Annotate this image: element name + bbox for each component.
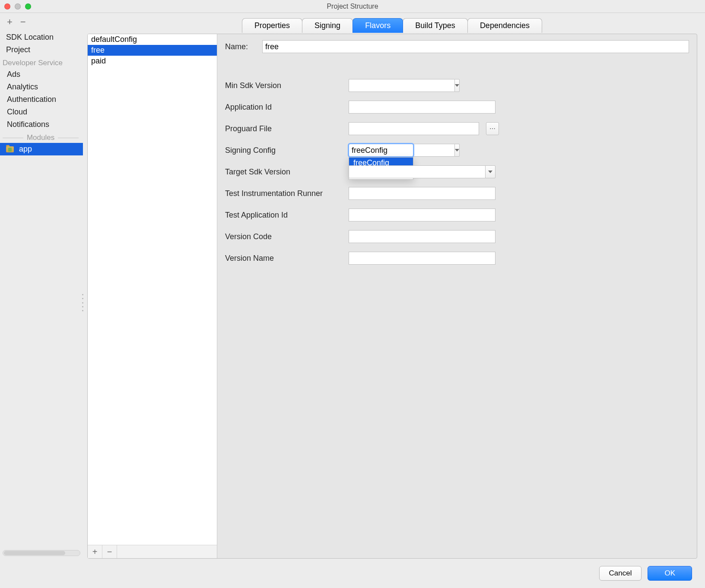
sidebar-item-ads[interactable]: Ads: [0, 68, 83, 81]
tab-build-types[interactable]: Build Types: [403, 18, 468, 33]
titlebar: Project Structure: [0, 0, 705, 13]
row-application-id: Application Id: [225, 101, 689, 114]
version-code-field[interactable]: [349, 230, 495, 243]
min-sdk-input[interactable]: [349, 79, 454, 92]
target-sdk-label: Target Sdk Version: [225, 168, 342, 177]
proguard-file-field[interactable]: [349, 122, 479, 135]
flavor-list-toolbar: + −: [88, 545, 217, 558]
workspace: + − SDK Location Project Developer Servi…: [0, 13, 705, 559]
version-code-label: Version Code: [225, 232, 342, 241]
sidebar-remove-button[interactable]: −: [20, 17, 26, 27]
flavor-item-free[interactable]: free: [88, 45, 217, 56]
proguard-browse-button[interactable]: ⋯: [486, 122, 499, 135]
sidebar-item-authentication[interactable]: Authentication: [0, 93, 83, 106]
flavor-add-button[interactable]: +: [88, 545, 102, 558]
flavor-item-defaultconfig[interactable]: defaultConfig: [88, 34, 217, 45]
tab-dependencies[interactable]: Dependencies: [467, 18, 542, 33]
row-signing-config: Signing Config freeConfig paidConfig: [225, 144, 689, 157]
chevron-down-icon: [488, 171, 492, 173]
application-id-field[interactable]: [349, 101, 495, 114]
flavor-form: Name: Min Sdk Version Application Id: [217, 34, 697, 558]
row-name: Name:: [225, 40, 689, 53]
row-version-name: Version Name: [225, 252, 689, 265]
row-test-instrumentation-runner: Test Instrumentation Runner: [225, 187, 689, 200]
test-instrumentation-runner-field[interactable]: [349, 187, 495, 200]
tab-signing[interactable]: Signing: [302, 18, 353, 33]
sidebar-group-modules: Modules: [0, 131, 83, 143]
ellipsis-icon: ⋯: [489, 125, 495, 132]
sidebar-add-button[interactable]: +: [7, 17, 13, 27]
row-proguard-file: Proguard File ⋯: [225, 122, 689, 135]
proguard-file-label: Proguard File: [225, 124, 342, 133]
row-test-application-id: Test Application Id: [225, 209, 689, 221]
row-min-sdk: Min Sdk Version: [225, 79, 689, 92]
min-sdk-drop-button[interactable]: [454, 79, 460, 92]
signing-config-combo[interactable]: [349, 144, 413, 157]
sidebar-item-cloud[interactable]: Cloud: [0, 106, 83, 118]
test-application-id-label: Test Application Id: [225, 211, 342, 220]
tabstrip: Properties Signing Flavors Build Types D…: [87, 18, 697, 34]
flavor-remove-button[interactable]: −: [102, 545, 117, 558]
sidebar-module-app-label: app: [19, 145, 32, 154]
min-sdk-combo[interactable]: [349, 79, 448, 92]
chevron-down-icon: [455, 84, 459, 87]
sidebar-group-developer-services: Developer Service: [0, 56, 83, 68]
row-target-sdk: Target Sdk Version: [225, 165, 689, 178]
name-label: Name:: [225, 42, 255, 51]
sidebar-list: SDK Location Project Developer Service A…: [0, 31, 83, 548]
target-sdk-input[interactable]: [349, 165, 485, 178]
sidebar-item-project[interactable]: Project: [0, 44, 83, 56]
sidebar-item-analytics[interactable]: Analytics: [0, 81, 83, 93]
min-sdk-label: Min Sdk Version: [225, 81, 342, 90]
sidebar-horizontal-scrollbar[interactable]: [3, 550, 80, 556]
content-panel: defaultConfig free paid + − Name: Min Sd…: [87, 34, 697, 559]
test-application-id-field[interactable]: [349, 209, 495, 221]
signing-config-label: Signing Config: [225, 146, 342, 155]
sidebar-toolbar: + −: [0, 15, 83, 31]
flavor-list-items: defaultConfig free paid: [88, 34, 217, 545]
window-title: Project Structure: [0, 3, 705, 10]
application-id-label: Application Id: [225, 103, 342, 112]
target-sdk-drop-button[interactable]: [485, 165, 495, 178]
scrollbar-thumb[interactable]: [4, 551, 65, 555]
flavor-item-paid[interactable]: paid: [88, 56, 217, 66]
target-sdk-combo[interactable]: [349, 165, 495, 178]
sidebar-module-app[interactable]: app: [0, 143, 83, 155]
name-field[interactable]: [262, 40, 689, 53]
sidebar-resize-handle[interactable]: [81, 294, 84, 311]
sidebar: + − SDK Location Project Developer Servi…: [0, 13, 83, 559]
tab-flavors[interactable]: Flavors: [352, 18, 403, 33]
flavor-list: defaultConfig free paid + −: [88, 34, 217, 558]
signing-config-input[interactable]: [349, 144, 454, 157]
version-name-label: Version Name: [225, 254, 342, 263]
main-area: Properties Signing Flavors Build Types D…: [83, 13, 705, 559]
row-version-code: Version Code: [225, 230, 689, 243]
tab-properties[interactable]: Properties: [242, 18, 302, 33]
cancel-button[interactable]: Cancel: [599, 566, 642, 581]
sidebar-item-notifications[interactable]: Notifications: [0, 118, 83, 131]
ok-button[interactable]: OK: [648, 566, 692, 581]
sidebar-group-modules-label: Modules: [27, 133, 54, 142]
version-name-field[interactable]: [349, 252, 495, 265]
signing-config-drop-button[interactable]: [454, 144, 460, 157]
test-instrumentation-runner-label: Test Instrumentation Runner: [225, 189, 342, 198]
chevron-down-icon: [455, 149, 459, 152]
module-folder-icon: [6, 146, 14, 152]
sidebar-item-sdk-location[interactable]: SDK Location: [0, 31, 83, 44]
dialog-footer: Cancel OK: [0, 559, 705, 588]
